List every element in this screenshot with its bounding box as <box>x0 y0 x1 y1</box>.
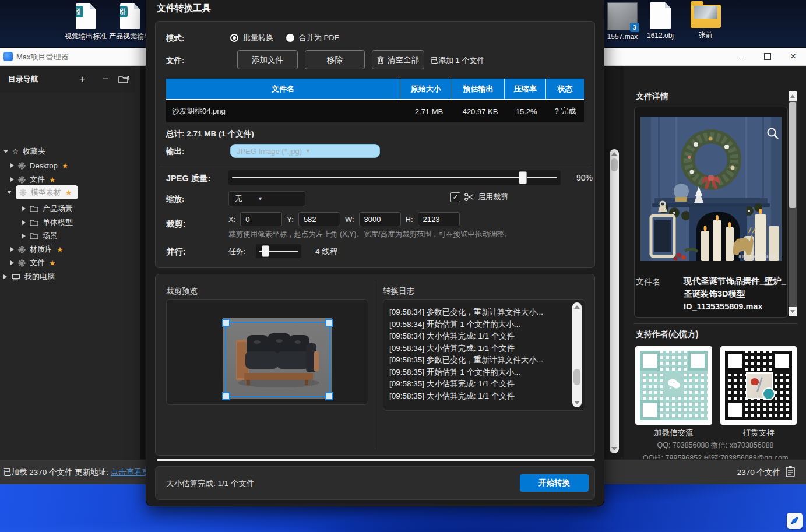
log-line: [09:58:34] 开始估算 1 个文件的大小... <box>389 319 568 331</box>
scroll-up-icon[interactable] <box>574 305 580 309</box>
mode-pdf-radio[interactable]: 合并为 PDF <box>286 33 339 43</box>
enable-crop-toggle[interactable]: ✓ 启用裁剪 <box>450 192 508 202</box>
clear-all-button[interactable]: 清空全部 <box>372 50 424 69</box>
tree-item-scene[interactable]: 场景 <box>22 230 58 242</box>
threads-slider[interactable] <box>256 244 301 258</box>
crop-y-input[interactable] <box>298 212 340 226</box>
remove-button[interactable]: 移除 <box>305 50 365 69</box>
clipboard-icon[interactable] <box>785 466 796 477</box>
tree-item-favorites[interactable]: ☆ 收藏夹 <box>3 145 45 158</box>
magnifier-icon[interactable] <box>766 127 779 140</box>
add-files-button[interactable]: 添加文件 <box>237 50 298 69</box>
star-icon: ★ <box>49 175 56 184</box>
scrollbar-thumb[interactable] <box>611 158 618 171</box>
scroll-down-icon[interactable] <box>789 307 797 316</box>
quality-slider[interactable] <box>228 170 561 185</box>
start-convert-button[interactable]: 开始转换 <box>520 474 589 492</box>
col-status[interactable]: 状态 <box>545 79 584 99</box>
expander-open-icon[interactable] <box>7 191 12 194</box>
radio-selected-icon[interactable] <box>230 34 238 42</box>
donate-qr-card: 打赏支持 <box>720 346 797 425</box>
col-compression[interactable]: 压缩率 <box>504 79 545 99</box>
crop-handle-br[interactable] <box>325 392 333 400</box>
close-button[interactable]: × <box>780 48 806 65</box>
expander-open-icon[interactable] <box>3 150 8 153</box>
threads-slider-handle[interactable] <box>262 245 269 257</box>
details-panel: 文件详情 <box>624 66 806 477</box>
scrollbar-thumb[interactable] <box>789 102 796 208</box>
add-folder-button[interactable]: + <box>75 72 90 87</box>
expander-icon[interactable] <box>22 234 26 238</box>
scroll-up-icon[interactable] <box>789 91 797 101</box>
mode-batch-radio[interactable]: 批量转换 <box>230 33 273 43</box>
scroll-down-icon[interactable] <box>611 447 617 450</box>
scroll-up-icon[interactable] <box>611 152 617 156</box>
output-format-dropdown[interactable]: JPEG Image (*.jpg) ▼ <box>230 144 380 158</box>
expander-icon[interactable] <box>22 220 26 225</box>
document-icon: 吲 <box>120 3 140 29</box>
tree-item-product-scene[interactable]: 产品场景 <box>22 202 73 215</box>
gear-icon <box>18 246 26 253</box>
scale-dropdown[interactable]: 无 ▼ <box>228 191 305 206</box>
crop-handle-tr[interactable] <box>325 319 333 327</box>
cell-compression: 15.2% <box>506 107 547 116</box>
expander-icon[interactable] <box>10 163 14 168</box>
folder-up-button[interactable] <box>117 72 132 87</box>
details-scrollbar[interactable] <box>789 91 797 316</box>
crop-preview-panel[interactable] <box>166 299 368 405</box>
tree-item-my-computer[interactable]: 我的电脑 <box>3 270 55 283</box>
filename-value: 现代圣诞节饰品摆件_壁炉_ 圣诞装饰3D模型 ID_1135355809.max <box>684 274 794 313</box>
tree-item-label: 文件 <box>30 174 45 185</box>
crop-handle-bl[interactable] <box>222 392 230 400</box>
tree-item-single-model[interactable]: 单体模型 <box>22 216 73 229</box>
expander-icon[interactable] <box>22 206 26 211</box>
crop-rect[interactable] <box>225 322 330 397</box>
tree-item-material-lib[interactable]: 材质库 ★ <box>10 243 64 256</box>
quality-value: 90% <box>576 173 593 182</box>
scroll-down-icon[interactable] <box>574 401 580 404</box>
scrollbar-thumb[interactable] <box>573 369 580 385</box>
col-original-size[interactable]: 原始大小 <box>400 79 452 99</box>
maximize-button[interactable] <box>755 48 780 65</box>
model-preview-image[interactable]: ID: 1135355809 <box>640 117 782 261</box>
crop-handle-tl[interactable] <box>222 319 230 327</box>
log-scrollbar[interactable] <box>572 302 582 407</box>
expander-icon[interactable] <box>10 247 14 252</box>
trash-icon <box>377 56 384 64</box>
radio-icon[interactable] <box>286 34 294 42</box>
col-filename[interactable]: 文件名 <box>166 79 400 99</box>
quality-slider-handle[interactable] <box>519 171 527 184</box>
desktop-icon-zhangqian[interactable]: 张前 <box>681 5 731 40</box>
mode-pdf-label: 合并为 PDF <box>299 33 339 43</box>
desktop-icon-visual-standard[interactable]: 吲 视觉输出标准 <box>61 3 111 41</box>
expander-icon[interactable] <box>10 260 14 265</box>
tree-item-desktop[interactable]: Desktop ★ <box>10 159 68 172</box>
log-panel[interactable]: [09:58:34] 参数已变化，重新计算文件大小... [09:58:34] … <box>383 299 585 411</box>
ime-indicator[interactable] <box>787 513 803 529</box>
desktop-icon-label: 1612.obj <box>647 31 674 40</box>
file-table-row[interactable]: 沙发胡桃04.png 2.71 MB 420.97 KB 15.2% ? 完成 <box>166 100 584 122</box>
tree-item-files-1[interactable]: 文件 ★ <box>10 173 56 186</box>
qr-finder-icon <box>725 400 745 420</box>
col-estimated-output[interactable]: 预估输出 <box>452 79 505 99</box>
filename-label: 文件名 <box>636 277 660 287</box>
minimize-button[interactable] <box>729 48 755 65</box>
expander-icon[interactable] <box>10 177 14 182</box>
crop-x-input[interactable] <box>240 212 282 226</box>
center-scrollbar[interactable] <box>610 149 619 453</box>
checkbox-checked-icon[interactable]: ✓ <box>450 192 460 202</box>
file-convert-dialog: 文件转换工具 模式: 批量转换 合并为 PDF 文件: 添加文件 移除 清空全部… <box>146 0 604 506</box>
desktop-icon-label: 视觉输出标准 <box>65 31 107 41</box>
crop-hint: 裁剪使用像素坐标，起点为左上角 (X,Y)。宽度/高度为裁剪范围，可在预览中拖动… <box>228 230 511 239</box>
qr-finder-icon <box>725 351 745 371</box>
crop-h-input[interactable] <box>418 212 460 226</box>
desktop-icon-1612obj[interactable]: 1612.obj <box>635 2 685 40</box>
divider <box>159 165 591 165</box>
tree-item-files-2[interactable]: 文件 ★ <box>10 256 56 269</box>
gear-icon <box>18 259 26 267</box>
expander-icon[interactable] <box>3 274 7 279</box>
gear-icon <box>18 162 26 170</box>
tree-item-model-assets-selected[interactable]: 模型素材 ★ <box>7 186 78 199</box>
remove-folder-button[interactable]: − <box>98 72 113 87</box>
crop-w-input[interactable] <box>359 212 401 226</box>
